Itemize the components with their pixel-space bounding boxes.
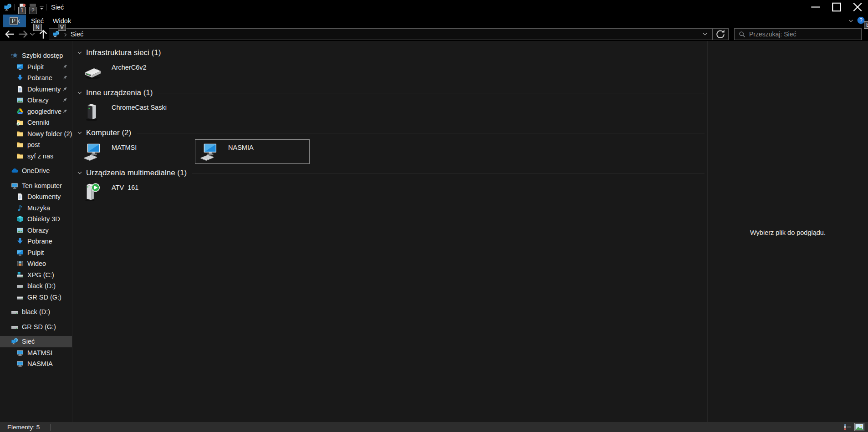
keytip-e: E [864,21,868,29]
sidebar-item-cenniki[interactable]: Cenniki [0,117,72,128]
documents-icon [16,86,24,93]
chevron-down-icon [77,90,83,96]
sidebar-item-nasmia[interactable]: NASMIA [0,358,72,370]
sidebar-item-gr-sd-g[interactable]: GR SD (G:) [0,292,72,303]
keytip-n: N [33,24,42,31]
network-pc-icon [16,360,24,367]
details-view-button[interactable] [842,423,853,431]
device-tile-chromecast-saski[interactable]: ChromeCast Saski [78,99,193,124]
explorer-body: Szybki dostępPulpitPobraneDokumentyObraz… [0,41,868,422]
section-komputer-2: Komputer (2)MATMSINASMIA [72,127,707,164]
folder-sync-icon [16,119,24,126]
section-header[interactable]: Infrastruktura sieci (1) [72,47,707,58]
items-count: Elementy: 5 [7,424,40,431]
address-bar[interactable]: Sieć [49,28,713,40]
drive-icon [11,323,18,330]
sidebar-item-dokumenty[interactable]: Dokumenty [0,191,72,203]
drive-icon [16,294,24,301]
sidebar-item-ten-komputer[interactable]: Ten komputer [0,180,72,192]
address-dropdown-icon[interactable] [702,31,708,37]
sidebar-item-sieć[interactable]: Sieć [0,336,72,347]
sidebar-item-obrazy[interactable]: Obrazy [0,95,72,106]
pictures-icon [16,227,24,234]
device-tile-archerc6v2[interactable]: ArcherC6v2 [78,59,193,84]
chevron-down-icon [77,50,83,56]
section-infrastruktura-sieci-1: Infrastruktura sieci (1)ArcherC6v2 [72,47,707,84]
refresh-button[interactable] [713,28,729,40]
sidebar-item-muzyka[interactable]: Muzyka [0,203,72,214]
pin-icon [61,64,68,70]
thumbnails-view-button[interactable] [854,423,864,431]
sidebar-item-szybki-dostęp[interactable]: Szybki dostęp [0,50,72,61]
section-header[interactable]: Urządzenia multimedialne (1) [72,168,707,178]
chevron-down-icon [77,130,83,136]
section-header[interactable]: Komputer (2) [72,127,707,138]
device-tile-atv-161[interactable]: ATV_161 [78,179,193,204]
network-breadcrumb-icon [52,30,60,38]
sidebar-item-xpg-c[interactable]: XPG (C:) [0,269,72,281]
collapse-ribbon-icon[interactable] [848,18,854,24]
sidebar-item-obrazy[interactable]: Obrazy [0,225,72,236]
folder-icon [16,141,24,148]
documents-icon [16,193,24,200]
downloads-icon [16,74,24,81]
svg-text:?: ? [859,17,862,23]
pictures-icon [16,97,24,104]
objects-3d-icon [16,215,24,223]
breadcrumb[interactable]: Sieć [71,30,83,38]
search-placeholder: Przeszukaj: Sieć [749,30,796,38]
search-input[interactable]: Przeszukaj: Sieć [734,28,862,40]
sidebar-item-syf-z-nas[interactable]: syf z nas [0,151,72,162]
googledrive-icon [16,108,24,115]
sidebar-item-wideo[interactable]: Wideo [0,258,72,269]
section-header[interactable]: Inne urządzenia (1) [72,87,707,98]
preview-pane: Wybierz plik do podglądu. [708,41,868,422]
explorer-window: 1 2 Sieć Plik Sieć Widok P N V ? E Sieć [0,0,868,432]
device-tile-matmsi[interactable]: MATMSI [78,139,193,164]
network-pc-icon [16,349,24,356]
breadcrumb-chevron-icon[interactable] [62,31,68,37]
this-pc-icon [11,182,18,189]
sidebar-item-nowy-folder-2[interactable]: Nowy folder (2) [0,128,72,140]
sidebar-item-googledrive[interactable]: googledrive [0,106,72,117]
sidebar-item-black-d[interactable]: black (D:) [0,280,72,292]
minimize-button[interactable] [805,0,826,14]
maximize-button[interactable] [826,0,847,14]
sidebar-item-gr-sd-g[interactable]: GR SD (G:) [0,321,72,333]
keytip-1: 1 [18,7,26,14]
forward-button[interactable] [17,28,29,40]
search-icon [739,31,745,38]
titlebar-separator [46,4,47,10]
downloads-icon [16,238,24,245]
back-button[interactable] [4,28,15,40]
qat-dropdown-icon[interactable] [39,5,45,10]
chevron-down-icon [77,170,83,176]
sidebar-item-matmsi[interactable]: MATMSI [0,347,72,359]
sidebar-item-black-d[interactable]: black (D:) [0,306,72,318]
folder-icon [16,152,24,160]
sidebar-item-onedrive[interactable]: OneDrive [0,165,72,177]
computer-icon [199,141,220,163]
keytip-p: P [10,17,18,25]
drive-icon [16,282,24,290]
media-tower-icon [82,181,103,203]
window-title: Sieć [51,0,64,15]
drive-icon [11,308,18,315]
sidebar-item-pulpit[interactable]: Pulpit [0,247,72,259]
sidebar-item-pulpit[interactable]: Pulpit [0,61,72,73]
ribbon-tab-row: Plik Sieć Widok P N V ? E [0,15,868,27]
keytip-2: 2 [29,7,37,14]
network-icon [11,338,18,345]
sidebar-item-pobrane[interactable]: Pobrane [0,236,72,247]
router-icon [82,61,103,83]
close-button[interactable] [847,0,868,14]
device-tile-nasmia[interactable]: NASMIA [195,139,310,164]
sidebar-item-obiekty-3d[interactable]: Obiekty 3D [0,213,72,225]
desktop-icon [16,249,24,256]
statusbar-separator [51,424,51,431]
music-icon [16,204,24,212]
sidebar-item-pobrane[interactable]: Pobrane [0,72,72,84]
sidebar-item-post[interactable]: post [0,139,72,151]
sidebar-item-dokumenty[interactable]: Dokumenty [0,84,72,95]
preview-message: Wybierz plik do podglądu. [708,229,868,236]
